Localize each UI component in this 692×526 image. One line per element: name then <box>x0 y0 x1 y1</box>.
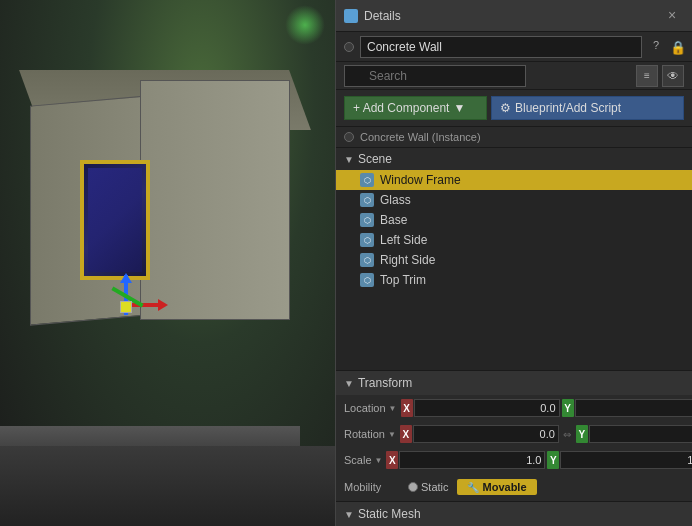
rotation-x-field: X ⇔ <box>400 425 574 443</box>
tree-item-base[interactable]: ⬡ Base <box>336 210 692 230</box>
movable-label: Movable <box>483 481 527 493</box>
static-radio[interactable]: Static <box>408 481 449 493</box>
tree-item-icon-left-side: ⬡ <box>360 233 374 247</box>
instance-label-bar: Concrete Wall (Instance) <box>336 127 692 148</box>
details-icon <box>344 9 358 23</box>
scale-y-field: Y <box>547 451 692 469</box>
location-label: Location ▼ <box>344 402 397 414</box>
location-y-label: Y <box>562 399 574 417</box>
details-panel: Details × ? 🔒 🔍 ≡ 👁 + Add Component ▼ ⚙ … <box>335 0 692 526</box>
instance-dot <box>344 132 354 142</box>
visibility-filter-button[interactable]: 👁 <box>662 65 684 87</box>
list-view-button[interactable]: ≡ <box>636 65 658 87</box>
green-light <box>285 5 325 45</box>
movable-icon: 🔧 <box>467 482 479 493</box>
tree-item-icon-right-side: ⬡ <box>360 253 374 267</box>
rotation-y-field: Y ⇔ <box>576 425 692 443</box>
tree-item-label-top-trim: Top Trim <box>380 273 426 287</box>
tree-item-window-frame[interactable]: ⬡ Window Frame <box>336 170 692 190</box>
static-mesh-arrow: ▼ <box>344 509 354 520</box>
ground-plane <box>0 446 335 526</box>
location-xyz-group: X Y Z <box>401 399 692 417</box>
tree-item-left-side[interactable]: ⬡ Left Side <box>336 230 692 250</box>
search-toolbar: 🔍 ≡ 👁 <box>336 62 692 90</box>
location-y-field: Y <box>562 399 692 417</box>
rotation-x-input[interactable] <box>413 425 559 443</box>
scene-arrow: ▼ <box>344 154 354 165</box>
window-glass <box>88 168 142 272</box>
transform-gizmo[interactable] <box>100 275 160 335</box>
static-mesh-header[interactable]: ▼ Static Mesh <box>336 502 692 526</box>
scene-section-header[interactable]: ▼ Scene <box>336 148 692 170</box>
mobility-label: Mobility <box>344 481 404 493</box>
mobility-row: Mobility Static 🔧 Movable <box>336 473 692 501</box>
scale-y-input[interactable] <box>560 451 692 469</box>
tree-item-glass[interactable]: ⬡ Glass <box>336 190 692 210</box>
scale-x-label: X <box>386 451 398 469</box>
scale-row: Scale ▼ X Y Z 🔒 <box>336 447 692 473</box>
scale-x-input[interactable] <box>399 451 545 469</box>
location-row: Location ▼ X Y Z ⇔ <box>336 395 692 421</box>
gizmo-center[interactable] <box>120 301 132 313</box>
location-x-label: X <box>401 399 413 417</box>
static-mesh-section: ▼ Static Mesh <box>336 501 692 526</box>
blueprint-button[interactable]: ⚙ Blueprint/Add Script <box>491 96 684 120</box>
rotation-row: Rotation ▼ X ⇔ Y ⇔ Z ⇔ <box>336 421 692 447</box>
static-radio-dot[interactable] <box>408 482 418 492</box>
scale-label: Scale ▼ <box>344 454 382 466</box>
rotation-y-input[interactable] <box>589 425 692 443</box>
tree-item-label-glass: Glass <box>380 193 411 207</box>
lock-button[interactable]: 🔒 <box>670 40 684 54</box>
instance-text: Concrete Wall (Instance) <box>360 131 481 143</box>
actor-bar: ? 🔒 <box>336 32 692 62</box>
close-button[interactable]: × <box>668 8 684 24</box>
static-label: Static <box>421 481 449 493</box>
actor-name-input[interactable] <box>360 36 642 58</box>
search-input[interactable] <box>344 65 526 87</box>
scale-x-field: X <box>386 451 545 469</box>
mobility-options: Static 🔧 Movable <box>408 479 537 495</box>
tree-item-top-trim[interactable]: ⬡ Top Trim <box>336 270 692 290</box>
scale-xyz-group: X Y Z <box>386 451 692 469</box>
transform-section-header[interactable]: ▼ Transform <box>336 371 692 395</box>
tree-item-label-window-frame: Window Frame <box>380 173 461 187</box>
location-y-input[interactable] <box>575 399 692 417</box>
help-button[interactable]: ? <box>648 39 664 55</box>
wall-right <box>140 80 290 320</box>
transform-arrow: ▼ <box>344 378 354 389</box>
transform-section: ▼ Transform Location ▼ X Y Z <box>336 370 692 501</box>
search-wrapper: 🔍 <box>344 65 632 87</box>
location-dropdown-arrow[interactable]: ▼ <box>389 404 397 413</box>
tree-item-label-base: Base <box>380 213 407 227</box>
static-mesh-label: Static Mesh <box>358 507 421 521</box>
blueprint-icon: ⚙ <box>500 101 511 115</box>
rotation-x-label: X <box>400 425 412 443</box>
rotation-xyz-group: X ⇔ Y ⇔ Z ⇔ <box>400 425 692 443</box>
location-x-field: X <box>401 399 560 417</box>
tree-item-icon-glass: ⬡ <box>360 193 374 207</box>
scale-y-label: Y <box>547 451 559 469</box>
window-frame-object <box>80 160 150 280</box>
transform-label: Transform <box>358 376 412 390</box>
rotation-y-label: Y <box>576 425 588 443</box>
3d-viewport[interactable] <box>0 0 335 526</box>
tree-item-label-right-side: Right Side <box>380 253 435 267</box>
rotation-dropdown-arrow[interactable]: ▼ <box>388 430 396 439</box>
panel-title: Details <box>364 9 662 23</box>
scale-dropdown-arrow[interactable]: ▼ <box>375 456 383 465</box>
rotation-label: Rotation ▼ <box>344 428 396 440</box>
movable-button[interactable]: 🔧 Movable <box>457 479 537 495</box>
tree-item-right-side[interactable]: ⬡ Right Side <box>336 250 692 270</box>
tree-item-icon-window-frame: ⬡ <box>360 173 374 187</box>
add-component-button[interactable]: + Add Component ▼ <box>344 96 487 120</box>
location-x-input[interactable] <box>414 399 560 417</box>
scene-tree[interactable]: ▼ Scene ⬡ Window Frame ⬡ Glass ⬡ Base ⬡ … <box>336 148 692 370</box>
tree-item-icon-base: ⬡ <box>360 213 374 227</box>
scene-label: Scene <box>358 152 392 166</box>
actor-visibility-toggle[interactable] <box>344 42 354 52</box>
tree-item-icon-top-trim: ⬡ <box>360 273 374 287</box>
title-bar: Details × <box>336 0 692 32</box>
rotation-x-expand[interactable]: ⇔ <box>560 427 574 441</box>
tree-item-label-left-side: Left Side <box>380 233 427 247</box>
action-bar: + Add Component ▼ ⚙ Blueprint/Add Script <box>336 90 692 127</box>
